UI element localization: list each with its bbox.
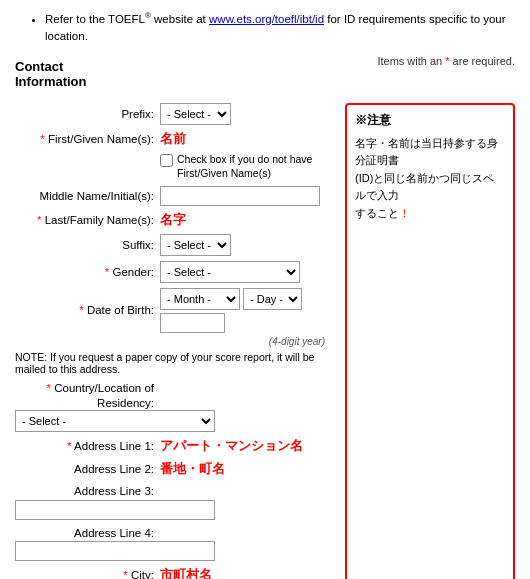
dob-month-select[interactable]: - Month - JanuaryFebruaryMarch AprilMayJ…: [160, 288, 240, 310]
city-japanese: 市町村名: [160, 566, 212, 579]
toefl-note-text: Refer to the TOEFL® website at www.ets.o…: [45, 13, 506, 42]
prefix-select[interactable]: - Select - Mr. Ms. Mrs. Dr.: [160, 103, 231, 125]
address2-label: Address Line 2:: [15, 461, 160, 477]
no-first-name-checkbox[interactable]: [160, 154, 173, 167]
last-name-japanese: 名字: [160, 211, 186, 229]
first-name-label: * First/Given Name(s):: [15, 131, 160, 147]
address3-input[interactable]: [15, 500, 215, 520]
paper-note: NOTE: If you request a paper copy of you…: [15, 351, 335, 375]
middle-name-input[interactable]: [160, 186, 320, 206]
city-label: * City:: [15, 567, 160, 579]
middle-name-label: Middle Name/Initial(s):: [15, 188, 160, 204]
address3-label: Address Line 3:: [15, 483, 160, 499]
gender-select[interactable]: - Select - Male Female: [160, 261, 300, 283]
dob-year-input[interactable]: [160, 313, 225, 333]
dob-year-note: (4-digit year): [269, 336, 325, 347]
country-label: * Country/Location of Residency:: [15, 381, 160, 411]
toefl-link[interactable]: www.ets.org/toefl/ibt/id: [209, 13, 324, 25]
dob-day-select[interactable]: - Day - 12345: [243, 288, 302, 310]
country-select[interactable]: - Select - Japan United States: [15, 410, 215, 432]
dob-label: * Date of Birth:: [15, 302, 160, 318]
address2-japanese: 番地・町名: [160, 460, 225, 478]
notice-box: ※注意 名字・名前は当日持参する身分証明書 (ID)と同じ名前かつ同じスペルで入…: [345, 103, 515, 579]
notice-title: ※注意: [355, 111, 505, 130]
no-first-name-label: Check box if you do not have First/Given…: [177, 153, 335, 180]
suffix-label: Suffix:: [15, 237, 160, 253]
address4-label: Address Line 4:: [15, 525, 160, 541]
address1-japanese: アパート・マンション名: [160, 437, 303, 455]
first-name-japanese: 名前: [160, 130, 186, 148]
section-title: ContactInformation: [15, 55, 87, 89]
last-name-label: * Last/Family Name(s):: [15, 212, 160, 228]
address1-label: * Address Line 1:: [15, 438, 160, 454]
required-note: Items with an * are required.: [377, 55, 515, 67]
prefix-label: Prefix:: [15, 106, 160, 122]
suffix-select[interactable]: - Select - Jr. Sr. II III: [160, 234, 231, 256]
address4-input[interactable]: [15, 541, 215, 561]
gender-label: * Gender:: [15, 264, 160, 280]
notice-text: 名字・名前は当日持参する身分証明書 (ID)と同じ名前かつ同じスペルで入力 する…: [355, 135, 505, 223]
